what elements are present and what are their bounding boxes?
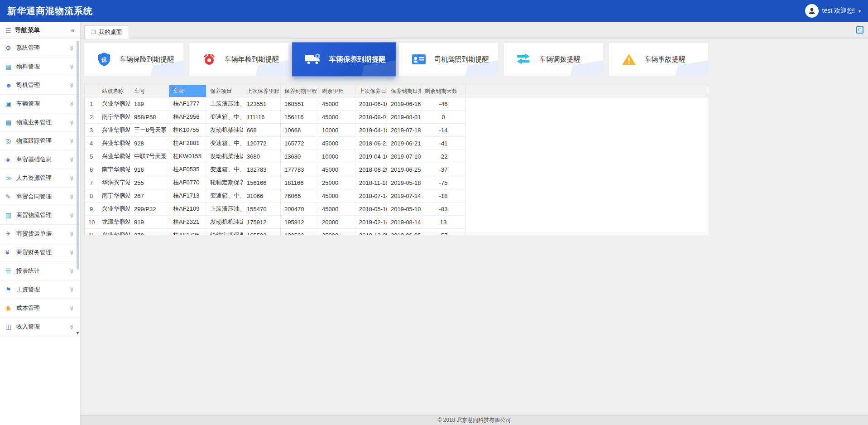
cell-5: 165772 bbox=[281, 137, 318, 150]
cell-9: -37 bbox=[421, 163, 466, 176]
cell-4: 123551 bbox=[243, 97, 281, 111]
table-row[interactable]: 10龙潭华腾站919桂AF2321发动机机油定期保养17591219591220… bbox=[85, 216, 708, 229]
sidebar-item-salary[interactable]: ⚑工资管理≫ bbox=[0, 280, 80, 299]
sidebar-item-vehicle[interactable]: ▣车辆管理≫ bbox=[0, 95, 80, 113]
sidebar-item-system[interactable]: ⚙系统管理≫ bbox=[0, 39, 80, 58]
column-header-1[interactable]: 车号 bbox=[130, 85, 169, 97]
sidebar-item-cost[interactable]: ◉成本管理≫ bbox=[0, 299, 80, 318]
cell-filler bbox=[466, 229, 708, 235]
cell-8: 2019-08-01 bbox=[387, 111, 421, 124]
cell-7: 2019-02-14 bbox=[355, 216, 387, 229]
card-insurance[interactable]: 保车辆保险到期提醒 bbox=[84, 43, 183, 76]
table-row[interactable]: 9兴业华腾站299/P32桂AF2109上装液压油、滤芯155470200470… bbox=[85, 203, 708, 216]
cell-7: 2018-12-05 bbox=[355, 229, 387, 235]
cell-0: 兴业华腾站 bbox=[98, 137, 130, 150]
sidebar-item-trade-info[interactable]: ◈商贸基础信息≫ bbox=[0, 150, 80, 169]
table-row[interactable]: 6南宁华腾站916桂AF0535变速箱、中、后桥1327831777834500… bbox=[85, 163, 708, 176]
tab-my-desktop[interactable]: ❐ 我的桌面 bbox=[84, 25, 129, 39]
cell-0: 南宁华腾站 bbox=[98, 163, 130, 176]
cell-3: 发动机机油定期保养 bbox=[206, 216, 243, 229]
sidebar-item-logistics-biz[interactable]: ▤物流业务管理≫ bbox=[0, 113, 80, 132]
column-header-7[interactable]: 上次保养日期 bbox=[355, 85, 387, 97]
sidebar-item-label: 物流业务管理 bbox=[16, 118, 69, 126]
table-row[interactable]: 2南宁华腾站958/P58桂AF2956变速箱、中、后桥111116156116… bbox=[85, 111, 708, 124]
sidebar-item-hr[interactable]: ≫人力资源管理≫ bbox=[0, 169, 80, 188]
row-index: 1 bbox=[85, 97, 98, 111]
cell-4: 156166 bbox=[243, 176, 281, 189]
desktop-icon: ❐ bbox=[91, 29, 96, 35]
cell-1: 中联7号天泵 bbox=[130, 150, 169, 163]
cell-9: 13 bbox=[421, 216, 466, 229]
cell-0: 南宁华腾站 bbox=[98, 189, 130, 203]
cell-2: 桂K10755 bbox=[169, 124, 206, 137]
sidebar-item-label: 人力资源管理 bbox=[16, 174, 69, 182]
collapse-sidebar-icon[interactable]: « bbox=[71, 26, 75, 34]
sidebar-item-tracking[interactable]: ◎物流跟踪管理≫ bbox=[0, 132, 80, 150]
column-header-0[interactable]: 站点名称 bbox=[98, 85, 130, 97]
truck-icon: ▣ bbox=[5, 100, 16, 107]
cell-0: 兴业华腾站 bbox=[98, 150, 130, 163]
table-row[interactable]: 11兴业华腾站278桂AF1735轮轴定期保养16559319059325000… bbox=[85, 229, 708, 235]
sidebar-item-income[interactable]: ◫收入管理≫ bbox=[0, 318, 80, 336]
truck-maintenance-icon bbox=[304, 51, 321, 68]
chevron-expand-icon: ≫ bbox=[69, 120, 75, 125]
cell-7: 2018-06-16 bbox=[355, 97, 387, 111]
cell-filler bbox=[466, 176, 708, 189]
hr-icon: ≫ bbox=[5, 174, 16, 182]
table-row[interactable]: 1兴业华腾站189桂AF1777上装液压油、滤芯1235511685514500… bbox=[85, 97, 708, 111]
table-row[interactable]: 3兴业华腾站三一8号天泵桂K10755发动机柴油滤芯66610666100002… bbox=[85, 124, 708, 137]
card-inspection[interactable]: 车辆年检到期提醒 bbox=[189, 43, 288, 76]
card-label: 车辆调拨提醒 bbox=[539, 55, 580, 64]
sidebar-item-report[interactable]: ☰报表统计≫ bbox=[0, 262, 80, 280]
card-label: 车辆年检到期提醒 bbox=[225, 55, 279, 64]
cell-4: 155470 bbox=[243, 203, 281, 216]
table-row[interactable]: 7华润兴宁站255桂AF0770轮轴定期保养156166181166250002… bbox=[85, 176, 708, 189]
user-menu[interactable]: test 欢迎您! ▾ bbox=[805, 4, 861, 18]
cost-icon: ◉ bbox=[5, 304, 16, 312]
column-header-3[interactable]: 保养项目 bbox=[206, 85, 243, 97]
sidebar-header: ☰ 导航菜单 « bbox=[0, 22, 80, 39]
cell-6: 45000 bbox=[318, 111, 355, 124]
card-transfer[interactable]: 车辆调拨提醒 bbox=[504, 43, 603, 76]
card-accident[interactable]: 车辆事故提醒 bbox=[609, 43, 708, 76]
column-header-8[interactable]: 保养到期日期 bbox=[387, 85, 421, 97]
fullscreen-icon[interactable] bbox=[856, 26, 863, 34]
cell-4: 165593 bbox=[243, 229, 281, 235]
main-content: ❐ 我的桌面 保车辆保险到期提醒车辆年检到期提醒车辆保养到期提醒司机驾照到期提醒… bbox=[81, 22, 868, 425]
cell-3: 上装液压油、滤芯 bbox=[206, 203, 243, 216]
column-header-9[interactable]: 剩余到期天数 bbox=[421, 85, 466, 97]
cell-3: 轮轴定期保养 bbox=[206, 176, 243, 189]
cell-5: 195912 bbox=[281, 216, 318, 229]
cell-8: 2019-05-18 bbox=[387, 176, 421, 189]
table-row[interactable]: 4兴业华腾站928桂AF2801变速箱、中、后桥1207721657724500… bbox=[85, 137, 708, 150]
cell-3: 变速箱、中、后桥 bbox=[206, 189, 243, 203]
cell-1: 255 bbox=[130, 176, 169, 189]
sidebar-item-label: 系统管理 bbox=[16, 44, 69, 52]
table-row[interactable]: 8南宁华腾站267桂AF1713变速箱、中、后桥3106676066450002… bbox=[85, 189, 708, 203]
column-header-6[interactable]: 剩余里程 bbox=[318, 85, 355, 97]
sidebar-menu: ⚙系统管理≫▦物料管理≫☻司机管理≫▣车辆管理≫▤物流业务管理≫◎物流跟踪管理≫… bbox=[0, 39, 80, 336]
column-header-4[interactable]: 上次保养里程 bbox=[243, 85, 281, 97]
card-maintenance[interactable]: 车辆保养到期提醒 bbox=[292, 42, 396, 76]
column-header-5[interactable]: 保养到期里程 bbox=[281, 85, 318, 97]
sidebar-item-contract[interactable]: ✎商贸合同管理≫ bbox=[0, 188, 80, 206]
box-icon: ▦ bbox=[5, 63, 16, 70]
card-license[interactable]: 司机驾照到期提醒 bbox=[399, 43, 498, 76]
table-row[interactable]: 5兴业华腾站中联7号天泵桂KW0155发动机柴油滤芯36801368010000… bbox=[85, 150, 708, 163]
card-label: 司机驾照到期提醒 bbox=[434, 55, 489, 64]
cell-6: 45000 bbox=[318, 97, 355, 111]
sidebar-item-driver[interactable]: ☻司机管理≫ bbox=[0, 76, 80, 95]
cell-3: 上装液压油、滤芯 bbox=[206, 97, 243, 111]
sidebar-item-finance[interactable]: ¥商贸财务管理≫ bbox=[0, 243, 80, 262]
sidebar-item-trade-logistics[interactable]: ▥商贸物流管理≫ bbox=[0, 206, 80, 225]
maintenance-table-wrap[interactable]: 站点名称车号车牌保养项目上次保养里程保养到期里程剩余里程上次保养日期保养到期日期… bbox=[84, 85, 708, 235]
sidebar-item-label: 物流跟踪管理 bbox=[16, 137, 69, 145]
sidebar-scrollbar[interactable] bbox=[77, 41, 79, 270]
sidebar-item-freight-doc[interactable]: ✈商贸货运单据≫ bbox=[0, 225, 80, 243]
sidebar-item-label: 商贸物流管理 bbox=[16, 211, 69, 219]
sidebar-item-material[interactable]: ▦物料管理≫ bbox=[0, 58, 80, 76]
sidebar-scroll-down-icon[interactable]: ▼ bbox=[76, 331, 80, 335]
column-header-2[interactable]: 车牌 bbox=[169, 85, 206, 97]
row-index: 7 bbox=[85, 176, 98, 189]
cell-0: 南宁华腾站 bbox=[98, 111, 130, 124]
